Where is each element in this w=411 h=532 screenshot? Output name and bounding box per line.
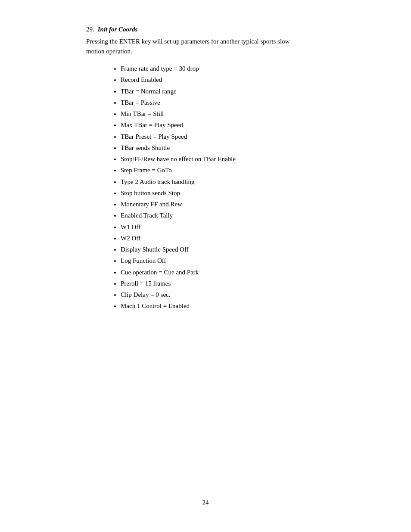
list-item: Min TBar = Still: [121, 108, 377, 119]
list-item: TBar Preset = Play Speed: [121, 131, 377, 142]
list-item: Step Frame = GoTo: [121, 165, 377, 176]
list-item: W1 Off: [121, 221, 377, 233]
section-header: 29. Init for Coords: [86, 26, 377, 33]
list-item: Cue operation = Cue and Park: [121, 267, 377, 278]
list-item: Monentary FF and Rew: [121, 199, 377, 210]
list-item: Type 2 Audio track handling: [121, 176, 377, 187]
section-title: Init for Coords: [98, 26, 138, 33]
section-description: Pressing the ENTER key will set up param…: [86, 37, 302, 56]
list-item: Mach 1 Control = Enabled: [121, 300, 377, 311]
list-item: Enabled Track Tally: [121, 210, 377, 221]
list-item: Record Enabled: [121, 74, 377, 85]
list-item: Clip Delay = 0 sec.: [121, 289, 377, 300]
section-number: 29.: [86, 26, 94, 33]
list-item: TBar = Passive: [121, 97, 377, 108]
list-item: Max TBar = Play Speed: [121, 119, 377, 131]
list-item: TBar = Normal range: [121, 86, 377, 97]
page-number: 24: [202, 499, 209, 506]
list-item: Preroll = 15 frames: [121, 278, 377, 289]
list-item: W2 Off: [121, 233, 377, 244]
list-item: Stop button sends Stop: [121, 187, 377, 199]
list-item: TBar sends Shuttle: [121, 142, 377, 153]
list-item: Display Shuttle Speed Off: [121, 244, 377, 255]
bullet-list: Frame rate and type = 30 dropRecord Enab…: [86, 63, 377, 312]
list-item: Frame rate and type = 30 drop: [121, 63, 377, 74]
page: 29. Init for Coords Pressing the ENTER k…: [0, 0, 411, 532]
list-item: Stop/FF/Rew have no effect on TBar Enabl…: [121, 153, 377, 165]
list-item: Log Function Off: [121, 255, 377, 266]
